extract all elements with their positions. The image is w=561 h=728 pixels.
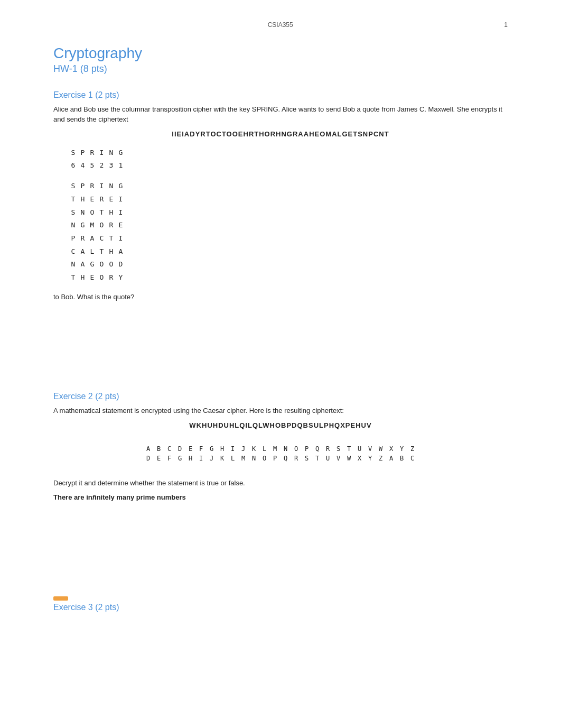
grid-cell: P <box>69 232 79 245</box>
grid-cell: N <box>69 219 79 232</box>
grid-cell: R <box>107 219 117 232</box>
caesar-bot-cell: K <box>217 454 228 463</box>
caesar-bot-cell: U <box>323 454 333 463</box>
caesar-bot-cell: L <box>228 454 238 463</box>
grid-cell: R <box>79 232 88 245</box>
caesar-bot-cell: W <box>344 454 354 463</box>
grid-cell: I <box>98 180 107 193</box>
table-row: CALTHA <box>69 245 508 259</box>
num-cell: 2 <box>98 159 107 172</box>
caesar-top-cell: O <box>291 444 302 454</box>
key-cell: N <box>107 146 117 160</box>
table-row: THEREI <box>69 193 508 206</box>
exercise-2-section: Exercise 2 (2 pts) A mathematical statem… <box>53 392 508 501</box>
num-cell: 3 <box>107 159 117 172</box>
caesar-bot-cell: C <box>407 454 418 463</box>
caesar-table-wrapper: ABCDEFGHIJKLMNOPQRSTUVWXYZDEFGHIJKLMNOPQ… <box>53 438 508 469</box>
exercise-1-desc: Alice and Bob use the columnar transposi… <box>53 104 508 125</box>
caesar-top-cell: U <box>354 444 365 454</box>
key-row: SPRING 645231 <box>69 146 508 172</box>
exercise-1-section: Exercise 1 (2 pts) Alice and Bob use the… <box>53 90 508 302</box>
grid-cell: I <box>117 206 126 219</box>
grid-cell: H <box>79 193 88 206</box>
caesar-top-cell: C <box>164 444 175 454</box>
exercise-3-accent-bar <box>53 596 68 601</box>
caesar-top-cell: J <box>238 444 249 454</box>
table-row: SPRING <box>69 180 508 193</box>
caesar-bot-cell: H <box>185 454 196 463</box>
grid-cell: L <box>88 245 98 259</box>
key-cell: I <box>98 146 107 160</box>
grid-cell: A <box>79 258 88 271</box>
grid-cell: I <box>117 193 126 206</box>
grid-cell: N <box>79 206 88 219</box>
grid-cell: O <box>88 206 98 219</box>
grid-cell: H <box>107 245 117 259</box>
grid-cell: G <box>88 258 98 271</box>
grid-cell: R <box>107 271 117 284</box>
exercise-1-header: Exercise 1 (2 pts) <box>53 90 508 100</box>
subtitle: HW-1 (8 pts) <box>53 62 508 76</box>
main-title: Cryptography <box>53 44 508 62</box>
caesar-bot-cell: X <box>354 454 365 463</box>
grid-cell: P <box>79 180 88 193</box>
caesar-bot-cell: R <box>291 454 302 463</box>
caesar-bot-cell: A <box>386 454 397 463</box>
caesar-top-cell: Q <box>312 444 323 454</box>
caesar-top-cell: B <box>154 444 164 454</box>
caesar-top-cell: S <box>333 444 344 454</box>
grid-cell: H <box>107 206 117 219</box>
grid-cell: N <box>69 258 79 271</box>
table-row: PRACTI <box>69 232 508 245</box>
caesar-top-cell: Y <box>397 444 407 454</box>
caesar-bot-cell: F <box>164 454 175 463</box>
caesar-top-cell: W <box>376 444 386 454</box>
caesar-bot-cell: Q <box>280 454 291 463</box>
caesar-top-cell: N <box>280 444 291 454</box>
grid-cell: G <box>79 219 88 232</box>
spacer-1 <box>53 323 508 386</box>
caesar-top-cell: F <box>196 444 207 454</box>
num-cell: 4 <box>79 159 88 172</box>
caesar-top-cell: V <box>365 444 376 454</box>
spacer-2 <box>53 522 508 586</box>
grid-cell: A <box>117 245 126 259</box>
page-number: 1 <box>504 21 508 29</box>
caesar-bot-cell: Z <box>376 454 386 463</box>
caesar-bot-cell: P <box>270 454 280 463</box>
grid-cell: T <box>69 193 79 206</box>
grid-cell: Y <box>117 271 126 284</box>
caesar-top-cell: K <box>249 444 259 454</box>
grid-cell: E <box>107 193 117 206</box>
exercise-2-desc: A mathematical statement is encrypted us… <box>53 406 508 416</box>
grid-cell: A <box>88 232 98 245</box>
grid-cell: O <box>98 219 107 232</box>
grid-cell: I <box>117 232 126 245</box>
caesar-top-cell: R <box>323 444 333 454</box>
grid-cell: E <box>117 219 126 232</box>
table-row: SNOTHI <box>69 206 508 219</box>
exercise-3-section: Exercise 3 (2 pts) <box>53 596 508 612</box>
caesar-top-cell: X <box>386 444 397 454</box>
exercise-1-ciphertext: IIEIADYRTOCTOOEHRTHORHNGRAAHEOMALGETSNPC… <box>53 130 508 138</box>
caesar-bot-cell: B <box>397 454 407 463</box>
grid-cell: T <box>98 206 107 219</box>
caesar-bot-cell: V <box>333 454 344 463</box>
grid-cell: S <box>69 206 79 219</box>
grid-cell: R <box>88 180 98 193</box>
caesar-table: ABCDEFGHIJKLMNOPQRSTUVWXYZDEFGHIJKLMNOPQ… <box>143 444 418 463</box>
grid-cell: H <box>79 271 88 284</box>
num-cell: 5 <box>88 159 98 172</box>
caesar-top-cell: T <box>344 444 354 454</box>
caesar-top-cell: Z <box>407 444 418 454</box>
caesar-bot-cell: G <box>175 454 185 463</box>
exercise-2-answer: There are infinitely many prime numbers <box>53 493 508 501</box>
key-cell: R <box>88 146 98 160</box>
caesar-bot-cell: E <box>154 454 164 463</box>
grid-cell: G <box>117 180 126 193</box>
exercise-1-footer: to Bob. What is the quote? <box>53 292 508 302</box>
exercise-2-header: Exercise 2 (2 pts) <box>53 392 508 401</box>
grid-cell: C <box>98 232 107 245</box>
grid-cell: N <box>107 180 117 193</box>
caesar-bot-cell: M <box>238 454 249 463</box>
